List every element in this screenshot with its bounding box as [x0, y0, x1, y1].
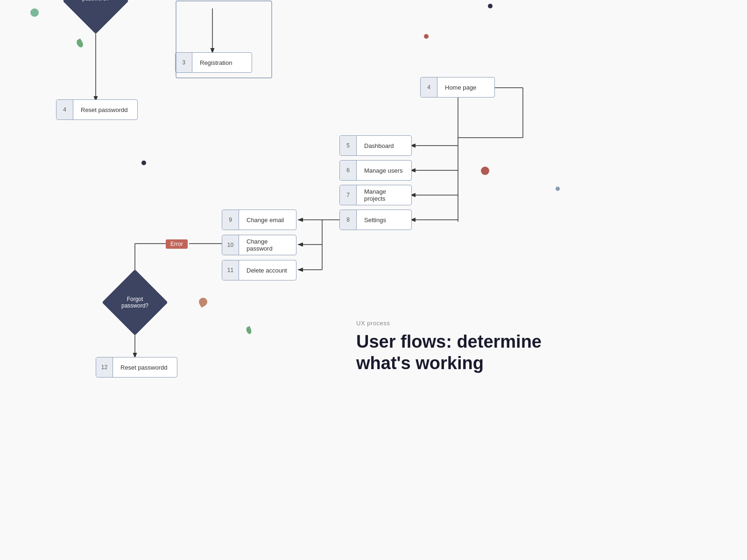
node-manage-projects-label: Manage projects [357, 188, 411, 202]
node-reset-password-top: 4 Reset passwordd [56, 99, 138, 120]
node-manage-projects-num: 7 [340, 185, 357, 205]
leaf-bottom-center [246, 326, 253, 335]
ux-heading: User flows: determine what's working [356, 331, 542, 374]
diamond-forgot-top [63, 0, 128, 34]
node-change-email: 9 Change email [222, 210, 296, 230]
node-home-page: 4 Home page [420, 77, 495, 98]
node-dashboard-num: 5 [340, 136, 357, 155]
node-reset-top-num: 4 [56, 100, 73, 119]
leaf-top-left [75, 38, 84, 49]
node-home-num: 4 [421, 77, 437, 97]
dot-red-top-center [424, 34, 429, 39]
node-manage-users: 6 Manage users [339, 160, 412, 181]
node-change-password-num: 10 [222, 235, 239, 255]
canvas: Forgot password? 3 Registration 4 Reset … [0, 0, 747, 560]
dot-dark-top-right [488, 4, 493, 8]
node-reset-bottom-label: Reset passwordd [113, 364, 177, 371]
node-delete-account-label: Delete account [239, 267, 296, 274]
node-settings-label: Settings [357, 217, 411, 224]
connector-lines [0, 0, 747, 560]
node-dashboard: 5 Dashboard [339, 135, 412, 156]
node-delete-account-num: 11 [222, 260, 239, 280]
node-registration: 3 Registration [175, 52, 252, 73]
node-home-label: Home page [437, 84, 494, 91]
dot-red-middle-right [481, 167, 489, 175]
node-manage-users-label: Manage users [357, 167, 411, 174]
node-registration-label: Registration [192, 59, 252, 66]
node-settings-num: 8 [340, 210, 357, 230]
node-dashboard-label: Dashboard [357, 142, 411, 149]
node-reset-bottom-num: 12 [96, 357, 113, 377]
ux-process-label: UX process [356, 320, 390, 327]
node-registration-num: 3 [176, 53, 192, 72]
node-delete-account: 11 Delete account [222, 260, 296, 280]
node-settings: 8 Settings [339, 210, 412, 230]
node-manage-users-num: 6 [340, 161, 357, 180]
dot-blob-bottom [197, 296, 209, 308]
error-badge: Error [166, 239, 188, 249]
dot-dark-middle-left [141, 161, 146, 165]
node-manage-projects: 7 Manage projects [339, 185, 412, 205]
diamond-forgot-bottom [102, 269, 168, 335]
node-change-password: 10 Change password [222, 235, 296, 255]
node-change-email-num: 9 [222, 210, 239, 230]
node-reset-top-label: Reset passwordd [73, 106, 137, 113]
node-change-password-label: Change password [239, 238, 296, 252]
dot-blue-right [556, 187, 560, 191]
node-reset-password-bottom: 12 Reset passwordd [96, 357, 177, 378]
dot-green-top-left [30, 8, 39, 17]
node-change-email-label: Change email [239, 217, 296, 224]
